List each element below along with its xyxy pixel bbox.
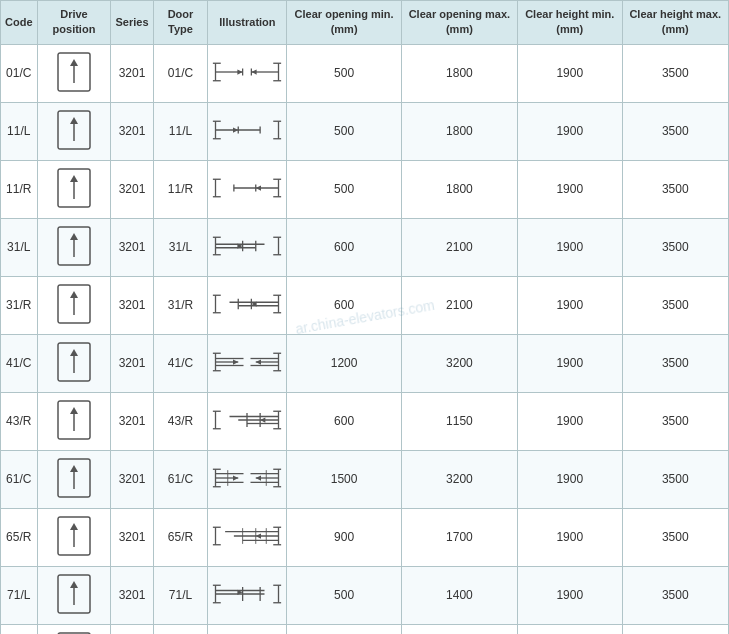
- cell-code: 71/R: [1, 624, 38, 634]
- cell-drive-position: [37, 160, 111, 218]
- svg-marker-103: [70, 465, 78, 472]
- cell-clear-open-max: 2100: [401, 218, 517, 276]
- cell-illustration: [208, 102, 287, 160]
- cell-illustration: [208, 160, 287, 218]
- cell-drive-position: [37, 218, 111, 276]
- cell-clear-h-min: 1900: [517, 450, 622, 508]
- svg-marker-122: [70, 523, 78, 530]
- cell-illustration: [208, 450, 287, 508]
- svg-marker-13: [238, 69, 243, 74]
- svg-marker-119: [256, 475, 261, 480]
- cell-drive-position: [37, 566, 111, 624]
- cell-drive-position: [37, 44, 111, 102]
- cell-series: 3201: [111, 624, 153, 634]
- cell-clear-open-max: 3200: [401, 450, 517, 508]
- cell-clear-h-max: 3500: [622, 218, 728, 276]
- cell-code: 31/R: [1, 276, 38, 334]
- cell-illustration: [208, 334, 287, 392]
- cell-clear-h-min: 1900: [517, 276, 622, 334]
- table-row: 31/R 3201 31/R 600 2100 1900 3500: [1, 276, 729, 334]
- cell-code: 43/R: [1, 392, 38, 450]
- svg-marker-39: [256, 185, 261, 190]
- cell-clear-open-max: 1400: [401, 624, 517, 634]
- svg-marker-26: [233, 127, 238, 132]
- main-table: Code Drive position Series Door Type Ill…: [0, 0, 729, 634]
- cell-series: 3201: [111, 160, 153, 218]
- cell-series: 3201: [111, 508, 153, 566]
- cell-clear-open-max: 3200: [401, 334, 517, 392]
- table-row: 71/R 3201 71/R 500 1400 1900 3500: [1, 624, 729, 634]
- cell-code: 41/C: [1, 334, 38, 392]
- cell-clear-h-min: 1900: [517, 624, 622, 634]
- drive-position-icon: [56, 399, 92, 441]
- cell-clear-h-max: 3500: [622, 624, 728, 634]
- cell-clear-h-max: 3500: [622, 102, 728, 160]
- svg-marker-30: [70, 175, 78, 182]
- cell-clear-h-max: 3500: [622, 160, 728, 218]
- col-clear-open-max: Clear opening max. (mm): [401, 1, 517, 45]
- col-illustration: Illustration: [208, 1, 287, 45]
- drive-position-icon: [56, 283, 92, 325]
- cell-illustration: [208, 392, 287, 450]
- svg-marker-71: [70, 349, 78, 356]
- table-row: 41/C 3201 41/C 1200 3200 1900 3500: [1, 334, 729, 392]
- cell-clear-h-min: 1900: [517, 218, 622, 276]
- svg-marker-85: [256, 359, 261, 364]
- cell-clear-h-max: 3500: [622, 44, 728, 102]
- cell-clear-h-min: 1900: [517, 566, 622, 624]
- cell-clear-h-min: 1900: [517, 508, 622, 566]
- cell-clear-h-max: 3500: [622, 392, 728, 450]
- cell-illustration: [208, 508, 287, 566]
- col-clear-open-min: Clear opening min. (mm): [287, 1, 401, 45]
- cell-clear-open-max: 2100: [401, 276, 517, 334]
- cell-drive-position: [37, 392, 111, 450]
- svg-marker-17: [70, 117, 78, 124]
- col-code: Code: [1, 1, 38, 45]
- cell-clear-open-min: 500: [287, 160, 401, 218]
- cell-series: 3201: [111, 44, 153, 102]
- cell-drive-position: [37, 102, 111, 160]
- cell-clear-h-max: 3500: [622, 508, 728, 566]
- cell-clear-h-max: 3500: [622, 566, 728, 624]
- cell-code: 01/C: [1, 44, 38, 102]
- table-row: 11/R 3201 11/R 500 1800 1900 3500: [1, 160, 729, 218]
- cell-code: 65/R: [1, 508, 38, 566]
- svg-marker-88: [70, 407, 78, 414]
- col-door-type: Door Type: [153, 1, 208, 45]
- cell-series: 3201: [111, 218, 153, 276]
- cell-clear-open-min: 500: [287, 102, 401, 160]
- table-row: 61/C 3201 61/C 1500 3200 1900 3500: [1, 450, 729, 508]
- cell-series: 3201: [111, 334, 153, 392]
- svg-marker-84: [233, 359, 238, 364]
- table-row: 71/L 3201 71/L 500 1400 1900 3500: [1, 566, 729, 624]
- cell-clear-open-min: 500: [287, 44, 401, 102]
- drive-position-icon: [56, 51, 92, 93]
- col-series: Series: [111, 1, 153, 45]
- cell-clear-open-min: 500: [287, 566, 401, 624]
- cell-illustration: [208, 624, 287, 634]
- cell-series: 3201: [111, 450, 153, 508]
- cell-door-type: 71/R: [153, 624, 208, 634]
- cell-series: 3201: [111, 102, 153, 160]
- cell-code: 11/L: [1, 102, 38, 160]
- cell-clear-open-max: 1700: [401, 508, 517, 566]
- cell-clear-h-min: 1900: [517, 160, 622, 218]
- cell-drive-position: [37, 508, 111, 566]
- cell-drive-position: [37, 334, 111, 392]
- cell-clear-open-max: 1800: [401, 44, 517, 102]
- cell-series: 3201: [111, 392, 153, 450]
- cell-door-type: 41/C: [153, 334, 208, 392]
- cell-code: 61/C: [1, 450, 38, 508]
- cell-illustration: [208, 276, 287, 334]
- svg-marker-14: [252, 69, 257, 74]
- cell-clear-h-max: 3500: [622, 334, 728, 392]
- table-row: 43/R 3201 43/R 600 1150 1900 3500: [1, 392, 729, 450]
- cell-clear-open-min: 600: [287, 218, 401, 276]
- table-row: 65/R 3201 65/R 900 1700 1900 3500: [1, 508, 729, 566]
- drive-position-icon: [56, 515, 92, 557]
- svg-marker-57: [70, 291, 78, 298]
- cell-door-type: 31/R: [153, 276, 208, 334]
- col-drive-position: Drive position: [37, 1, 111, 45]
- drive-position-icon: [56, 573, 92, 615]
- svg-marker-138: [70, 581, 78, 588]
